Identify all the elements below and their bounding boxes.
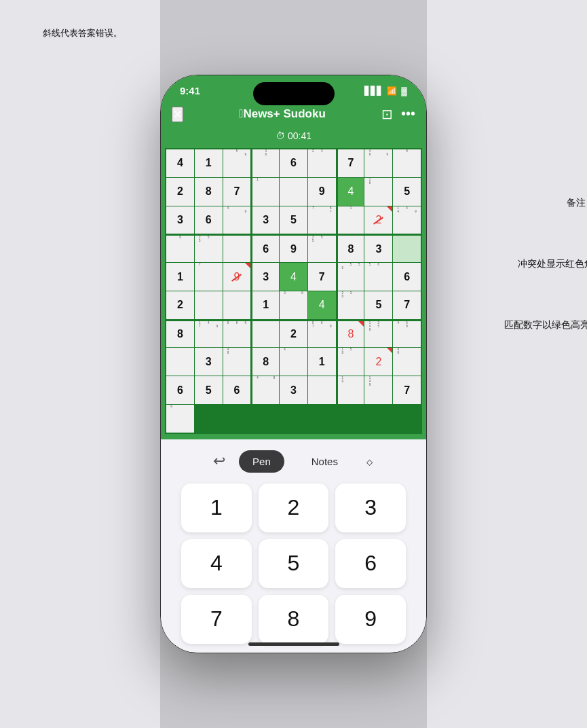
numpad-key-9[interactable]: 9 [335, 595, 406, 644]
grid-cell[interactable]: 59 [223, 149, 251, 177]
grid-cell[interactable]: 5 [393, 178, 421, 206]
numpad-key-2[interactable]: 2 [259, 484, 329, 532]
grid-cell[interactable] [308, 376, 336, 404]
grid-cell[interactable]: 149 [364, 376, 392, 404]
grid-cell[interactable]: 3 [364, 234, 392, 262]
grid-cell[interactable]: 1 [166, 263, 194, 291]
grid-cell[interactable]: 2 [364, 348, 392, 376]
grid-cell[interactable]: 8 [337, 234, 364, 262]
grid-cell[interactable]: 236 [337, 291, 364, 319]
grid-cell[interactable]: 4 [280, 263, 307, 291]
grid-cell[interactable]: 255 [195, 234, 223, 262]
numpad-key-6[interactable]: 6 [335, 539, 406, 588]
grid-cell[interactable]: 49 [223, 348, 251, 376]
grid-cell[interactable]: 1 [251, 178, 279, 206]
grid-cell[interactable] [166, 348, 194, 376]
grid-cell[interactable]: 49 [393, 348, 421, 376]
grid-cell[interactable]: 23 [308, 149, 336, 177]
notes-button[interactable]: Notes [298, 450, 352, 473]
grid-cell[interactable] [223, 234, 251, 262]
grid-cell[interactable]: 3 [195, 348, 223, 376]
grid-cell[interactable]: 6 [251, 234, 279, 262]
grid-cell[interactable]: 16 [364, 178, 392, 206]
grid-cell[interactable]: 9 [166, 234, 194, 262]
grid-cell[interactable]: 5 [195, 376, 223, 404]
grid-cell[interactable]: 7 [195, 263, 223, 291]
grid-cell[interactable]: 19 [337, 376, 364, 404]
grid-cell[interactable]: 6 [280, 149, 307, 177]
close-button[interactable]: ✕ [172, 107, 183, 122]
grid-cell[interactable]: 6 [166, 376, 194, 404]
numpad-key-1[interactable]: 1 [181, 484, 252, 532]
grid-cell[interactable]: 7 [223, 178, 251, 206]
grid-cell[interactable]: 7 [337, 149, 364, 177]
grid-cell[interactable]: 4 [166, 149, 194, 177]
grid-cell[interactable] [195, 291, 223, 319]
numpad-key-8[interactable]: 8 [259, 595, 329, 644]
undo-button[interactable]: ↩ [213, 452, 225, 470]
numpad-key-3[interactable]: 3 [335, 484, 406, 532]
erase-button[interactable]: ⬦ [365, 452, 374, 470]
grid-cell[interactable]: 36 [280, 291, 307, 319]
grid-cell[interactable]: 8 [251, 348, 279, 376]
grid-cell[interactable]: 8 [195, 178, 223, 206]
grid-cell[interactable]: 4 [308, 291, 336, 319]
grid-cell[interactable]: 9 [393, 149, 421, 177]
numpad-key-7[interactable]: 7 [181, 595, 252, 644]
numpad-key-4[interactable]: 4 [181, 539, 252, 588]
grid-cell[interactable]: 159 [337, 348, 364, 376]
grid-cell[interactable]: 7 [393, 376, 421, 404]
grid-cell[interactable]: 5 [364, 291, 392, 319]
grid-cell[interactable]: 2 [364, 206, 392, 234]
grid-cell[interactable]: 2 [280, 320, 307, 348]
grid-cell[interactable]: 6 [223, 376, 251, 404]
grid-cell[interactable]: 6 [195, 206, 223, 234]
grid-cell[interactable]: 8 [337, 320, 364, 348]
grid-cell[interactable]: 9 [280, 234, 307, 262]
grid-cell[interactable]: 1 [251, 291, 279, 319]
grid-cell[interactable] [223, 291, 251, 319]
grid-cell[interactable]: 56 [364, 263, 392, 291]
screen-icon[interactable]: ⊡ [381, 106, 393, 122]
grid-cell[interactable]: 3 [251, 263, 279, 291]
grid-cell[interactable]: 569 [223, 320, 251, 348]
more-icon[interactable]: ••• [401, 106, 415, 122]
grid-cell[interactable]: 1479 [195, 320, 223, 348]
numpad-key-5[interactable]: 5 [259, 539, 329, 588]
dynamic-island [253, 82, 335, 105]
grid-cell[interactable]: 9 [223, 263, 251, 291]
grid-cell[interactable] [280, 178, 307, 206]
grid-cell[interactable] [393, 234, 421, 262]
grid-cell[interactable]: 8 [166, 320, 194, 348]
grid-cell[interactable]: 255 [308, 234, 336, 262]
grid-cell[interactable]: 7 [308, 263, 336, 291]
grid-cell[interactable]: 787 [308, 206, 336, 234]
grid-cell[interactable]: 459 [393, 320, 421, 348]
grid-cell[interactable]: 3 [280, 376, 307, 404]
grid-cell[interactable]: 1 [308, 348, 336, 376]
grid-cell[interactable]: 7 [393, 291, 421, 319]
grid-cell[interactable]: 3 [251, 206, 279, 234]
grid-cell[interactable]: 4 [280, 348, 307, 376]
grid-cell[interactable]: 2 [166, 291, 194, 319]
grid-cell[interactable]: 2 [166, 178, 194, 206]
grid-cell[interactable]: 5 [280, 206, 307, 234]
grid-cell[interactable]: 556 [337, 263, 364, 291]
grid-cell[interactable]: 5679 [308, 320, 336, 348]
grid-cell[interactable]: 6 [393, 263, 421, 291]
sudoku-grid[interactable]: 4159386237489928719416536493578712144992… [165, 148, 422, 434]
grid-cell[interactable]: 9 [166, 405, 194, 433]
grid-cell[interactable]: 13459 [364, 320, 392, 348]
grid-cell[interactable]: 48 [251, 376, 279, 404]
grid-cell[interactable]: 1 [195, 149, 223, 177]
grid-cell[interactable]: 3 [166, 206, 194, 234]
grid-cell[interactable]: 1 [337, 206, 364, 234]
grid-cell[interactable]: 489 [364, 149, 392, 177]
pen-button[interactable]: Pen [239, 450, 284, 473]
grid-cell[interactable]: 38 [251, 149, 279, 177]
grid-cell[interactable]: 4 [337, 178, 364, 206]
grid-cell[interactable]: 9 [308, 178, 336, 206]
grid-cell[interactable] [251, 320, 279, 348]
grid-cell[interactable]: 49 [223, 206, 251, 234]
grid-cell[interactable]: 1449 [393, 206, 421, 234]
